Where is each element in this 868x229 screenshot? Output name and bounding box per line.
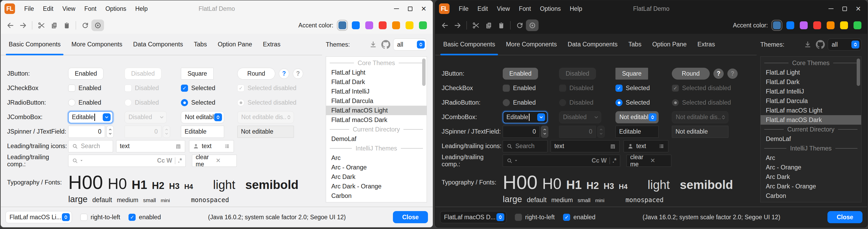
date-field[interactable]: text [116,140,185,152]
match-case-toggle[interactable]: Cc [592,157,599,164]
accent-color-swatch[interactable] [800,21,808,29]
spinner-value-field[interactable]: 0 [503,126,539,138]
back-button[interactable] [438,20,451,31]
theme-list-row[interactable]: Arc - Orange [326,163,427,172]
accent-color-swatch[interactable] [786,21,794,29]
minimize-button[interactable] [390,3,403,15]
radio-enabled[interactable] [503,99,510,106]
clearable-field[interactable]: clear me ✕ [192,155,237,167]
tab[interactable]: Tabs [625,34,645,55]
tab[interactable]: Basic Components [440,34,498,55]
accent-color-swatch[interactable] [365,21,373,29]
tab[interactable]: More Components [68,34,126,55]
menu-item[interactable]: Edit [473,5,493,12]
clearable-field[interactable]: clear me ✕ [626,155,671,167]
tab[interactable]: Option Pane [649,34,690,55]
enabled-button[interactable]: Enabled [68,68,103,80]
radio-selected[interactable] [181,99,188,106]
accent-color-swatch[interactable] [392,21,400,29]
search-options-field[interactable]: Cc W .* [68,155,186,167]
tab[interactable]: Data Components [130,34,186,55]
round-button[interactable]: Round [237,68,275,80]
accent-color-swatch[interactable] [419,21,427,29]
theme-list-row[interactable]: FlatLaf IntelliJ [761,87,861,96]
editable-combobox[interactable]: Editable [68,111,113,123]
copy-button[interactable] [48,20,60,31]
copy-button[interactable] [482,20,495,31]
accent-color-swatch[interactable] [854,21,861,29]
menu-item[interactable]: Options [101,5,131,12]
checkbox-selected[interactable]: ✓ [615,85,623,92]
tab[interactable]: Basic Components [5,34,64,55]
github-button[interactable] [815,39,826,50]
combo-updown-button[interactable] [496,213,504,221]
whole-word-toggle[interactable]: W [166,157,172,164]
refresh-button[interactable] [79,20,91,31]
square-button[interactable]: Square [615,68,648,80]
editable-combobox[interactable]: Editable [503,111,548,123]
tab[interactable]: Extras [259,34,284,55]
menu-item[interactable]: Font [514,5,535,12]
theme-filter-combobox[interactable]: all [393,38,427,51]
editable-textfield[interactable]: Editable [615,126,659,138]
clear-x-icon[interactable]: ✕ [650,157,668,164]
theme-list-row[interactable]: Arc Dark [326,172,427,181]
theme-list-row[interactable]: Arc Dark - Orange [761,181,861,191]
theme-list-row[interactable]: FlatLaf IntelliJ [326,87,427,96]
radio-selected[interactable] [615,99,623,106]
menu-item[interactable]: Options [535,5,565,12]
theme-list-row[interactable]: Carbon [326,191,427,201]
accent-color-swatch[interactable] [773,21,781,29]
menu-item[interactable]: Help [565,5,587,12]
accent-color-swatch[interactable] [379,21,386,29]
checkbox-selected[interactable]: ✓ [181,85,188,92]
paste-button[interactable] [495,20,507,31]
theme-list-row[interactable]: IntelliJ Themes [326,144,427,153]
theme-list-row[interactable]: Core Themes [326,58,427,68]
scrollbar-thumb[interactable] [422,58,426,86]
combo-updown-button[interactable] [649,113,656,121]
show-hover-effects-toggle[interactable] [526,20,538,31]
accent-color-swatch[interactable] [840,21,848,29]
cut-button[interactable] [35,20,48,31]
combo-updown-button[interactable] [851,40,859,49]
theme-list-row[interactable]: FlatLaf Light [326,68,427,77]
user-field[interactable]: text [189,140,234,152]
whole-word-toggle[interactable]: W [601,157,607,164]
theme-list-row[interactable]: Cobalt 2 [761,201,861,202]
theme-list-row[interactable]: Carbon [761,191,861,201]
theme-list-row[interactable]: Arc Dark [761,172,861,181]
show-hover-effects-toggle[interactable] [91,20,104,31]
download-theme-button[interactable] [368,39,378,50]
combo-dropdown-button[interactable] [103,113,111,121]
maximize-button[interactable] [403,3,417,15]
enabled-checkbox[interactable]: ✓ [563,214,570,221]
minimize-button[interactable] [824,3,838,15]
tab[interactable]: Tabs [190,34,210,55]
cut-button[interactable] [470,20,482,31]
theme-list-row[interactable]: FlatLaf Darcula [761,96,861,106]
close-button[interactable]: Close [828,211,863,223]
download-theme-button[interactable] [802,39,813,50]
accent-color-swatch[interactable] [406,21,413,29]
theme-list-row[interactable]: FlatLaf Dark [761,77,861,87]
theme-list-row[interactable]: FlatLaf Light [761,68,861,77]
spinner-value-field[interactable]: 0 [68,126,105,138]
maximize-button[interactable] [838,3,851,15]
theme-list-row[interactable]: FlatLaf macOS Dark [761,115,861,125]
theme-list-row[interactable]: DemoLaf [761,134,861,144]
spinner-arrows[interactable] [106,126,114,138]
right-to-left-checkbox[interactable]: ✓ [515,214,522,221]
theme-list-row[interactable]: Core Themes [761,58,861,68]
menu-item[interactable]: Help [131,5,152,12]
accent-color-swatch[interactable] [813,21,821,29]
look-and-feel-combobox[interactable]: FlatLaf macOS D... [440,211,506,223]
search-field[interactable]: Search [503,140,548,152]
menu-item[interactable]: Edit [38,5,58,12]
combo-updown-button[interactable] [62,213,70,221]
theme-list-row[interactable]: IntelliJ Themes [761,144,861,153]
theme-list-row[interactable]: FlatLaf macOS Light [326,106,427,115]
right-to-left-checkbox[interactable]: ✓ [80,214,87,221]
date-field[interactable]: text [551,140,620,152]
spinner[interactable]: 0 [503,126,548,138]
